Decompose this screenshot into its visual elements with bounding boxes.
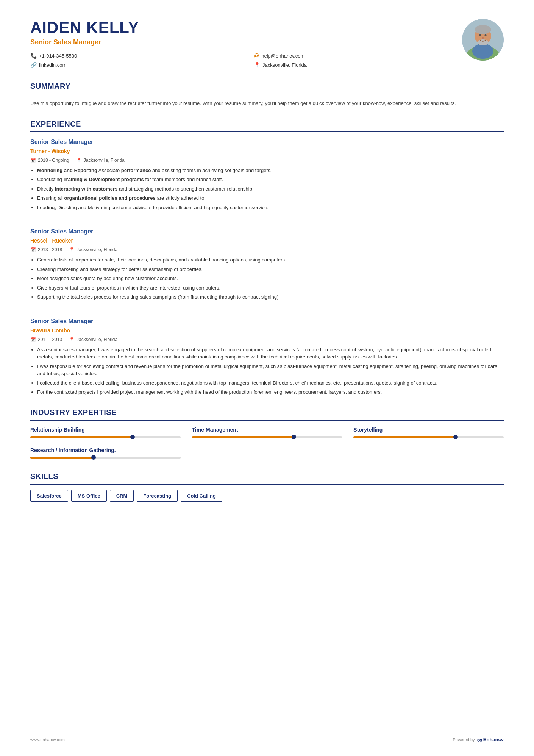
skill-bar-1 [192,436,342,438]
linkedin-icon: 🔗 [30,61,37,69]
skill-tag-crm: CRM [110,490,134,502]
skill-tag-forecasting: Forecasting [137,490,178,502]
expertise-item-0: Relationship Building [30,426,181,440]
skills-section: SKILLS Salesforce MS Office CRM Forecast… [30,471,504,505]
contact-grid: 📞 +1-914-345-5530 @ help@enhancv.com 🔗 l… [30,52,462,69]
header-left: AIDEN KELLY Senior Sales Manager 📞 +1-91… [30,19,462,69]
skill-bar-dot-0 [130,435,135,439]
phone-icon: 📞 [30,52,37,60]
experience-section: EXPERIENCE Senior Sales Manager Turner -… [30,118,504,396]
skill-bar-fill-2 [353,436,456,438]
bullet-item: Generate lists of properties for sale, t… [37,256,504,264]
email-item: @ help@enhancv.com [254,52,462,60]
bullet-item: Directly interacting with customers and … [37,185,504,193]
footer-website: www.enhancv.com [30,737,65,743]
resume-page: AIDEN KELLY Senior Sales Manager 📞 +1-91… [0,0,534,756]
job-0-dates: 📅 2018 - Ongoing [30,157,69,164]
enhancv-brand: Enhancv [483,736,504,743]
expertise-item-1: Time Management [192,426,342,440]
skill-bar-fill-1 [192,436,294,438]
job-1-location-text: Jacksonville, Florida [77,246,117,253]
skill-bar-2 [353,436,504,438]
job-1-company: Hessel - Ruecker [30,237,504,245]
calendar-icon-0: 📅 [30,157,36,164]
job-2-location: 📍 Jacksonville, Florida [69,336,117,343]
header: AIDEN KELLY Senior Sales Manager 📞 +1-91… [30,19,504,69]
enhancv-logo: ∞ Enhancv [477,734,504,745]
job-2-location-text: Jacksonville, Florida [77,336,117,343]
phone-value: +1-914-345-5530 [39,52,77,60]
summary-heading: SUMMARY [30,80,504,94]
expertise-item-2: Storytelling [353,426,504,440]
bullet-item: Monitoring and Reporting Associate perfo… [37,167,504,174]
job-2-company: Bravura Combo [30,327,504,335]
skill-tag-msoffice: MS Office [71,490,107,502]
skill-tag-salesforce: Salesforce [30,490,68,502]
location-value: Jacksonville, Florida [262,61,307,69]
bullet-item: Leading, Directing and Motivating custom… [37,204,504,211]
expertise-heading: INDUSTRY EXPERTISE [30,407,504,421]
job-1-meta: 📅 2013 - 2018 📍 Jacksonville, Florida [30,246,504,253]
location-icon-1: 📍 [69,246,75,253]
job-2-dates: 📅 2011 - 2013 [30,336,62,343]
linkedin-value: linkedin.com [39,61,66,69]
job-2-meta: 📅 2011 - 2013 📍 Jacksonville, Florida [30,336,504,343]
job-1: Senior Sales Manager Hessel - Ruecker 📅 … [30,227,504,310]
bullet-item: Give buyers virtual tours of properties … [37,284,504,292]
calendar-icon-2: 📅 [30,336,36,343]
expertise-label-1: Time Management [192,426,342,434]
skill-tag-coldcalling: Cold Calling [181,490,222,502]
job-1-title: Senior Sales Manager [30,227,504,236]
job-0-bullets: Monitoring and Reporting Associate perfo… [30,167,504,211]
bullet-item: I was responsible for achieving contract… [37,363,504,377]
location-icon: 📍 [254,61,260,69]
svg-point-6 [479,34,481,36]
job-2-title: Senior Sales Manager [30,317,504,326]
avatar [462,19,504,61]
job-2-dates-text: 2011 - 2013 [38,336,62,343]
skills-list: Salesforce MS Office CRM Forecasting Col… [30,490,504,505]
svg-point-4 [475,25,491,34]
skill-bar-dot-2 [453,435,458,439]
job-0-location: 📍 Jacksonville, Florida [76,157,125,164]
skill-bar-dot-1 [292,435,296,439]
expertise-item-3: Research / Information Gathering. [30,446,181,460]
skill-bar-dot-3 [91,455,96,460]
bullet-item: Meet assigned sales quota by acquiring n… [37,275,504,282]
job-0-dates-text: 2018 - Ongoing [38,157,69,164]
skill-bar-fill-3 [30,457,94,459]
candidate-name: AIDEN KELLY [30,19,462,36]
footer-powered-label: Powered by [453,737,475,743]
summary-section: SUMMARY Use this opportunity to intrigue… [30,80,504,108]
summary-text: Use this opportunity to intrigue and dra… [30,100,504,108]
skill-bar-fill-0 [30,436,133,438]
job-2-bullets: As a senior sales manager, I was engaged… [30,346,504,396]
job-0-company: Turner - Wisoky [30,147,504,155]
job-0-location-text: Jacksonville, Florida [84,157,125,164]
job-0-meta: 📅 2018 - Ongoing 📍 Jacksonville, Florida [30,157,504,164]
expertise-section: INDUSTRY EXPERTISE Relationship Building… [30,407,504,460]
skill-bar-3 [30,457,181,459]
bullet-item: Conducting Training & Development progra… [37,176,504,183]
expertise-label-3: Research / Information Gathering. [30,446,181,454]
bullet-item: Supporting the total sales process for r… [37,293,504,301]
avatar-image [462,19,504,61]
bullet-item: Ensuring all organizational policies and… [37,194,504,202]
expertise-grid: Relationship Building Time Management St… [30,426,504,460]
job-2: Senior Sales Manager Bravura Combo 📅 201… [30,317,504,396]
linkedin-item: 🔗 linkedin.com [30,61,239,69]
bullet-item: Creating marketing and sales strategy fo… [37,266,504,273]
enhancv-icon: ∞ [477,734,482,745]
expertise-label-2: Storytelling [353,426,504,434]
email-icon: @ [254,52,259,60]
job-1-dates-text: 2013 - 2018 [38,246,62,253]
phone-item: 📞 +1-914-345-5530 [30,52,239,60]
location-icon-0: 📍 [76,157,82,164]
job-0-title: Senior Sales Manager [30,138,504,147]
skills-heading: SKILLS [30,471,504,485]
candidate-title: Senior Sales Manager [30,37,462,47]
calendar-icon-1: 📅 [30,246,36,253]
job-0: Senior Sales Manager Turner - Wisoky 📅 2… [30,138,504,221]
svg-point-8 [482,37,484,39]
experience-heading: EXPERIENCE [30,118,504,132]
